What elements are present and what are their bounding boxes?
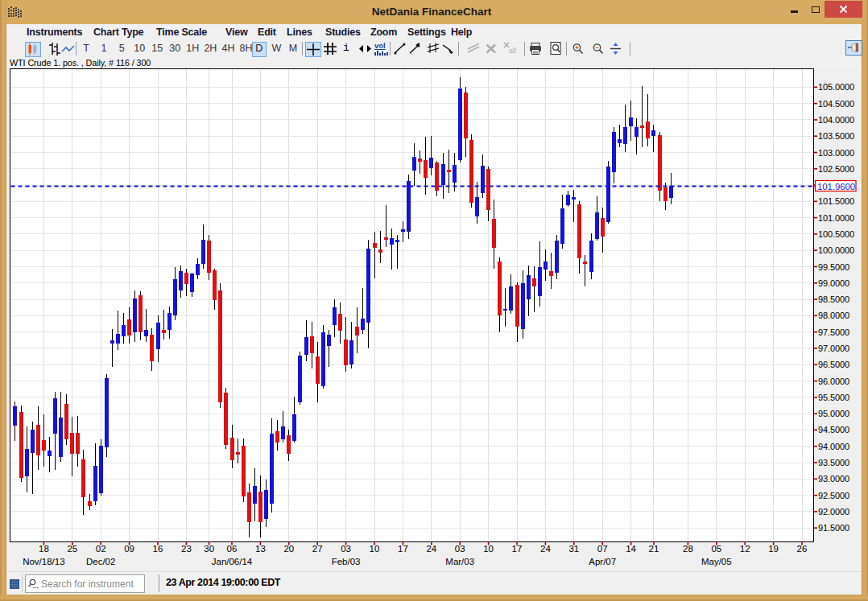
svg-text:06: 06 [227, 544, 238, 554]
svg-text:24: 24 [540, 544, 551, 554]
svg-text:100.0000: 100.0000 [818, 245, 854, 255]
svg-text:101.0000: 101.0000 [818, 213, 854, 223]
svg-text:102.5000: 102.5000 [818, 164, 854, 174]
svg-text:94.5000: 94.5000 [818, 425, 849, 434]
svg-text:07: 07 [597, 544, 608, 554]
svg-text:99.0000: 99.0000 [818, 278, 849, 288]
svg-text:99.5000: 99.5000 [818, 262, 849, 272]
svg-text:13: 13 [255, 544, 266, 554]
svg-text:Apr/07: Apr/07 [589, 557, 616, 566]
svg-text:12: 12 [740, 544, 750, 554]
svg-text:98.5000: 98.5000 [818, 294, 849, 304]
svg-text:93.0000: 93.0000 [818, 474, 849, 484]
svg-text:May/05: May/05 [701, 557, 732, 566]
svg-text:97.0000: 97.0000 [818, 344, 849, 353]
svg-text:26: 26 [797, 544, 808, 554]
svg-text:17: 17 [398, 544, 408, 554]
svg-text:95.0000: 95.0000 [818, 409, 849, 418]
svg-text:03: 03 [455, 544, 465, 554]
svg-text:92.5000: 92.5000 [818, 491, 849, 500]
svg-text:95.5000: 95.5000 [818, 393, 849, 402]
svg-text:91.5000: 91.5000 [818, 523, 849, 533]
svg-text:23: 23 [181, 544, 192, 554]
svg-text:101.5000: 101.5000 [818, 196, 854, 206]
svg-text:18: 18 [39, 544, 49, 554]
svg-text:10: 10 [483, 544, 494, 554]
svg-text:Mar/03: Mar/03 [445, 557, 474, 566]
svg-text:16: 16 [153, 544, 163, 554]
svg-text:96.0000: 96.0000 [818, 377, 849, 386]
svg-text:25: 25 [67, 544, 77, 554]
svg-text:96.5000: 96.5000 [818, 360, 849, 369]
svg-text:31: 31 [568, 544, 579, 554]
svg-text:103.0000: 103.0000 [818, 148, 854, 158]
svg-text:24: 24 [426, 544, 436, 554]
svg-text:03: 03 [341, 544, 351, 554]
svg-text:02: 02 [96, 544, 106, 554]
svg-text:101.9600: 101.9600 [817, 182, 855, 191]
svg-text:104.0000: 104.0000 [818, 115, 854, 125]
svg-text:28: 28 [683, 544, 693, 554]
svg-text:17: 17 [512, 544, 523, 554]
svg-text:100.5000: 100.5000 [818, 229, 854, 239]
svg-text:09: 09 [124, 544, 134, 554]
svg-text:19: 19 [768, 544, 779, 554]
svg-text:20: 20 [283, 544, 294, 554]
svg-text:Feb/03: Feb/03 [332, 557, 361, 566]
svg-text:103.5000: 103.5000 [818, 131, 854, 141]
svg-text:21: 21 [649, 544, 659, 554]
svg-text:27: 27 [312, 544, 323, 554]
svg-text:105.0000: 105.0000 [818, 82, 854, 92]
svg-text:97.5000: 97.5000 [818, 327, 849, 337]
svg-text:10: 10 [370, 544, 380, 554]
svg-text:14: 14 [626, 544, 636, 554]
svg-text:30: 30 [204, 544, 214, 554]
svg-text:Nov/18/13: Nov/18/13 [23, 557, 64, 566]
svg-text:94.0000: 94.0000 [818, 442, 849, 451]
svg-text:92.0000: 92.0000 [818, 507, 849, 517]
svg-text:93.5000: 93.5000 [818, 458, 849, 467]
svg-text:104.5000: 104.5000 [818, 99, 854, 109]
svg-text:Jan/06/14: Jan/06/14 [212, 557, 253, 566]
svg-text:98.0000: 98.0000 [818, 311, 849, 320]
svg-text:Dec/02: Dec/02 [86, 557, 115, 566]
svg-text:05: 05 [711, 544, 721, 554]
